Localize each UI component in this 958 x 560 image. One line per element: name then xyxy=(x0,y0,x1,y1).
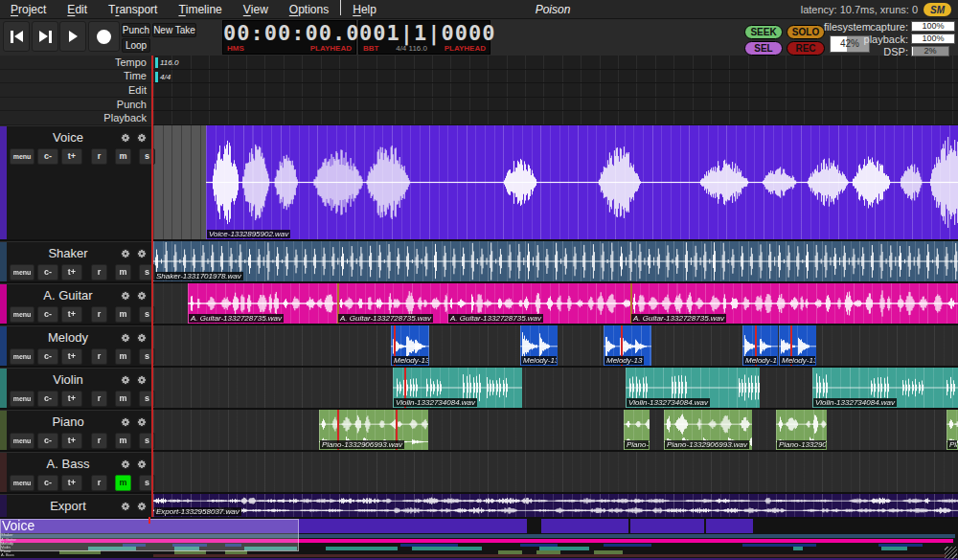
record-button[interactable] xyxy=(88,21,120,52)
track-take-button[interactable]: t+ xyxy=(61,475,82,491)
track-take-button[interactable]: t+ xyxy=(61,348,82,365)
audio-region[interactable]: Piano-1332906993.wav xyxy=(319,410,428,450)
overview-viewport[interactable] xyxy=(0,519,299,551)
time-signature-marker[interactable]: 4/4 xyxy=(155,72,171,82)
gear-icon[interactable] xyxy=(137,459,147,469)
track-take-button[interactable]: t+ xyxy=(61,391,82,407)
audio-region[interactable]: Violin-1332734084.wav xyxy=(812,368,958,408)
track-lane-piano[interactable]: Piano-1332906993.wavPiano-Piano-13329069… xyxy=(153,410,958,450)
track-channel-button[interactable]: c- xyxy=(37,348,58,365)
track-lane-a-guitar[interactable]: A. Guitar-1332728735.wavA. Guitar-133272… xyxy=(153,283,958,324)
track-r-button[interactable]: r xyxy=(91,306,107,323)
track-channel-button[interactable]: c- xyxy=(37,475,58,491)
gear-icon[interactable] xyxy=(137,502,147,511)
gear-icon[interactable] xyxy=(121,249,130,258)
track-menu-button[interactable]: menu xyxy=(10,475,34,491)
audio-region[interactable]: Piano- xyxy=(947,410,958,450)
track-menu-button[interactable]: menu xyxy=(10,348,34,365)
gear-icon[interactable] xyxy=(137,375,147,385)
track-r-button[interactable]: r xyxy=(91,148,107,165)
track-channel-button[interactable]: c- xyxy=(37,433,58,449)
ruler-lane[interactable]: 116.0 4/4 xyxy=(153,56,958,125)
ruler-playback[interactable]: Playback xyxy=(0,111,153,125)
audio-region[interactable]: Melody-13 xyxy=(391,325,429,366)
gear-icon[interactable] xyxy=(121,133,130,143)
track-lane-melody[interactable]: Melody-13Melody-13Melody-13Melody-13Melo… xyxy=(153,325,958,366)
session-overview[interactable]: Voice ShakerA. GuitarMelodyViolinPianoA.… xyxy=(0,519,958,560)
track-lane-voice[interactable]: Voice-1332895902.wav xyxy=(153,125,958,239)
track-m-button[interactable]: m xyxy=(115,348,131,365)
track-m-button[interactable]: m xyxy=(115,391,131,407)
track-lane-export[interactable]: Export-1332958037.wav xyxy=(153,494,958,517)
audio-region[interactable]: Piano-1332906993 xyxy=(776,410,827,450)
track-lane-a-bass[interactable] xyxy=(153,452,958,492)
track-r-button[interactable]: r xyxy=(91,264,107,280)
ruler-edit[interactable]: Edit xyxy=(0,83,153,98)
audio-region[interactable]: Piano- xyxy=(624,410,650,450)
rec-button[interactable]: REC xyxy=(787,41,825,56)
track-channel-button[interactable]: c- xyxy=(37,306,58,323)
ruler-tempo[interactable]: Tempo xyxy=(0,56,153,70)
session-manager-badge[interactable]: SM xyxy=(924,3,951,16)
audio-region[interactable]: Violin-1332734084.wav xyxy=(393,368,522,408)
gear-icon[interactable] xyxy=(121,333,130,343)
gear-icon[interactable] xyxy=(121,459,130,469)
menu-edit[interactable]: Edit xyxy=(57,0,98,18)
gear-icon[interactable] xyxy=(121,375,130,385)
track-take-button[interactable]: t+ xyxy=(61,433,82,449)
sel-button[interactable]: SEL xyxy=(744,41,783,56)
gear-icon[interactable] xyxy=(137,133,147,143)
menu-project[interactable]: Project xyxy=(0,0,57,18)
track-m-button[interactable]: m xyxy=(115,475,131,491)
audio-region[interactable]: A. Guitar-1332728735.wav xyxy=(447,283,630,324)
track-m-button[interactable]: m xyxy=(115,433,131,449)
track-channel-button[interactable]: c- xyxy=(37,391,58,407)
track-menu-button[interactable]: menu xyxy=(10,264,34,280)
track-menu-button[interactable]: menu xyxy=(10,306,34,323)
audio-region[interactable]: Melody-13 xyxy=(779,325,816,366)
audio-region[interactable]: Melody-13 xyxy=(604,325,651,366)
track-take-button[interactable]: t+ xyxy=(61,264,82,280)
track-r-button[interactable]: r xyxy=(91,433,107,449)
resize-grip-icon[interactable] xyxy=(945,547,957,559)
loop-button[interactable]: Loop xyxy=(122,38,150,53)
gear-icon[interactable] xyxy=(121,291,130,301)
audio-region[interactable]: Shaker-1331701978.wav xyxy=(153,241,958,281)
menu-options[interactable]: Options xyxy=(279,0,339,18)
punch-button[interactable]: Punch xyxy=(122,23,150,37)
audio-region[interactable]: Melody-13 xyxy=(520,325,558,366)
track-m-button[interactable]: m xyxy=(115,306,131,323)
playhead[interactable] xyxy=(151,56,153,517)
track-lane-shaker[interactable]: Shaker-1331701978.wav xyxy=(153,241,958,281)
track-menu-button[interactable]: menu xyxy=(10,391,34,407)
gear-icon[interactable] xyxy=(121,502,130,511)
audio-region[interactable]: Melody-13 xyxy=(742,325,778,366)
ruler-time[interactable]: Time xyxy=(0,70,153,84)
audio-region[interactable]: Voice-1332895902.wav xyxy=(206,125,958,239)
track-menu-button[interactable]: menu xyxy=(10,148,34,165)
track-r-button[interactable]: r xyxy=(91,348,107,365)
track-take-button[interactable]: t+ xyxy=(61,306,82,323)
menu-transport[interactable]: Transport xyxy=(98,0,168,18)
audio-region[interactable]: Piano-1332906993.wav xyxy=(664,410,752,450)
audio-region[interactable]: A. Guitar-1332728735.wav xyxy=(337,283,447,324)
track-menu-button[interactable]: menu xyxy=(10,433,34,449)
track-m-button[interactable]: m xyxy=(115,264,131,280)
audio-region[interactable]: A. Guitar-1332728735.wav xyxy=(630,283,958,324)
track-r-button[interactable]: r xyxy=(91,391,107,407)
track-channel-button[interactable]: c- xyxy=(37,264,58,280)
track-channel-button[interactable]: c- xyxy=(37,148,58,165)
gear-icon[interactable] xyxy=(121,417,130,427)
track-lane-violin[interactable]: Violin-1332734084.wavViolin-1332734084.w… xyxy=(153,368,958,408)
solo-button[interactable]: SOLO xyxy=(787,25,825,39)
track-take-button[interactable]: t+ xyxy=(61,148,82,165)
new-take-button[interactable]: New Take xyxy=(152,23,196,37)
ruler-punch[interactable]: Punch xyxy=(0,98,153,112)
seek-button[interactable]: SEEK xyxy=(744,25,783,39)
audio-region[interactable]: Export-1332958037.wav xyxy=(153,494,958,517)
go-to-end-button[interactable] xyxy=(32,21,58,52)
gear-icon[interactable] xyxy=(137,333,147,343)
track-r-button[interactable]: r xyxy=(91,475,107,491)
go-to-start-button[interactable] xyxy=(3,21,30,52)
gear-icon[interactable] xyxy=(137,249,147,258)
